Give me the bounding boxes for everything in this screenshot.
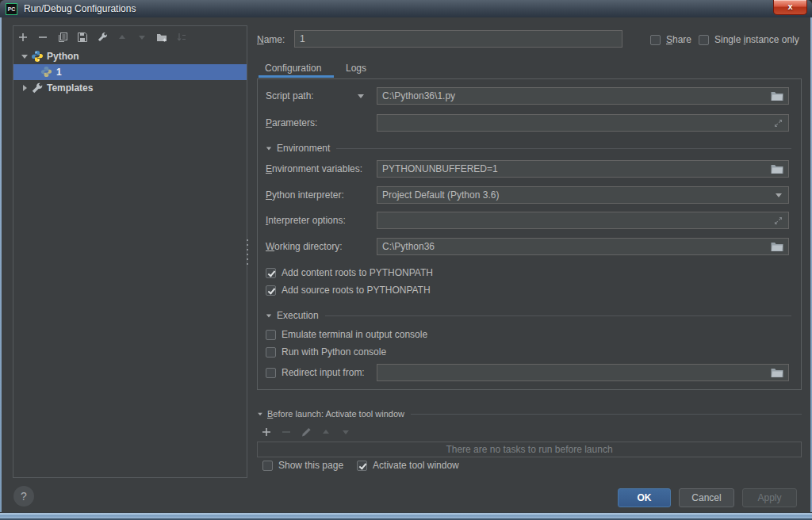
checkbox-icon[interactable] xyxy=(699,35,709,45)
copy-configuration-icon[interactable] xyxy=(56,31,69,44)
single-instance-label: Single instance only xyxy=(714,34,799,45)
redirect-input-label: Redirect input from: xyxy=(282,367,371,378)
add-content-roots-label: Add content roots to PYTHONPATH xyxy=(282,267,433,278)
parameters-input[interactable] xyxy=(377,114,789,132)
run-with-console-checkbox[interactable]: Run with Python console xyxy=(266,346,386,358)
interpreter-options-label: Interpreter options: xyxy=(266,215,346,226)
name-label: Name: xyxy=(257,34,285,45)
window-border-bottom xyxy=(0,512,812,520)
new-folder-icon[interactable] xyxy=(155,31,168,44)
chevron-down-icon[interactable] xyxy=(266,314,271,317)
window-border-left xyxy=(0,17,2,512)
chevron-down-icon[interactable] xyxy=(18,55,31,59)
interpreter-options-input[interactable] xyxy=(377,212,789,229)
move-down-icon[interactable] xyxy=(339,426,351,438)
add-source-roots-checkbox[interactable]: Add source roots to PYTHONPATH xyxy=(266,285,431,296)
remove-task-icon[interactable] xyxy=(280,426,292,438)
checkbox-icon[interactable] xyxy=(266,368,276,378)
empty-task-list-text: There are no tasks to run before launch xyxy=(446,444,612,455)
python-interpreter-row: Python interpreter: Project Default (Pyt… xyxy=(266,186,789,204)
browse-folder-icon[interactable] xyxy=(771,368,783,378)
environment-variables-row: Environment variables: PYTHONUNBUFFERED=… xyxy=(266,160,789,178)
add-content-roots-checkbox[interactable]: Add content roots to PYTHONPATH xyxy=(266,267,433,278)
tree-item-label: Templates xyxy=(47,82,93,94)
activate-tool-window-checkbox[interactable] xyxy=(357,461,367,471)
browse-folder-icon[interactable] xyxy=(771,164,783,174)
chevron-right-icon[interactable] xyxy=(18,85,31,91)
ok-button[interactable]: OK xyxy=(618,488,671,507)
browse-folder-icon[interactable] xyxy=(771,91,783,101)
parameters-label: Parameters: xyxy=(266,117,317,128)
emulate-terminal-checkbox[interactable]: Emulate terminal in output console xyxy=(266,329,427,340)
add-task-icon[interactable] xyxy=(260,426,272,438)
environment-section-header[interactable]: Environment xyxy=(266,143,791,154)
name-input[interactable]: 1 xyxy=(294,30,622,48)
add-source-roots-label: Add source roots to PYTHONPATH xyxy=(282,285,431,296)
checkbox-checked-icon[interactable] xyxy=(266,285,276,296)
section-divider xyxy=(411,414,802,415)
name-value: 1 xyxy=(300,33,305,44)
close-button[interactable]: x xyxy=(773,0,807,15)
sort-configurations-icon[interactable] xyxy=(175,31,188,44)
run-with-console-label: Run with Python console xyxy=(282,346,386,358)
chevron-down-icon[interactable] xyxy=(358,94,364,98)
python-icon xyxy=(31,50,44,63)
working-directory-value: C:\Python36 xyxy=(382,241,435,252)
expand-field-icon[interactable] xyxy=(773,216,783,226)
script-path-value: C:\Python36\1.py xyxy=(382,90,455,101)
environment-section-label: Environment xyxy=(277,143,330,154)
remove-configuration-icon[interactable] xyxy=(36,31,49,44)
add-configuration-icon[interactable] xyxy=(17,31,29,44)
share-checkbox[interactable]: Share xyxy=(650,34,691,45)
tab-logs[interactable]: Logs xyxy=(346,63,366,74)
activate-tool-window-label: Activate tool window xyxy=(373,460,459,471)
python-interpreter-value: Project Default (Python 3.6) xyxy=(382,189,499,201)
chevron-down-icon[interactable] xyxy=(266,147,271,150)
checkbox-icon[interactable] xyxy=(266,330,276,340)
edit-task-icon[interactable] xyxy=(300,426,312,438)
redirect-input-field[interactable] xyxy=(377,364,789,381)
section-divider xyxy=(325,315,791,316)
tree-item-label: 1 xyxy=(56,67,62,78)
wrench-icon xyxy=(31,82,44,94)
tree-item-python[interactable]: Python xyxy=(13,48,247,64)
active-tab-indicator xyxy=(259,75,334,78)
tree-item-templates[interactable]: Templates xyxy=(13,80,247,96)
show-this-page-label: Show this page xyxy=(278,460,343,471)
python-interpreter-select[interactable]: Project Default (Python 3.6) xyxy=(377,186,789,204)
move-down-icon[interactable] xyxy=(136,31,148,44)
configuration-tab-panel: Script path: C:\Python36\1.py Parameters… xyxy=(257,78,802,390)
chevron-down-icon[interactable] xyxy=(776,193,782,197)
tree-item-configuration-1[interactable]: 1 xyxy=(13,64,247,80)
parameters-row: Parameters: xyxy=(266,114,789,132)
interpreter-options-row: Interpreter options: xyxy=(266,212,789,229)
checkbox-icon[interactable] xyxy=(650,35,661,45)
before-launch-toolbar xyxy=(260,426,351,438)
execution-section-header[interactable]: Execution xyxy=(266,310,791,321)
cancel-button[interactable]: Cancel xyxy=(679,488,734,507)
checkbox-icon[interactable] xyxy=(266,347,276,358)
move-up-icon[interactable] xyxy=(320,426,331,438)
title-bar[interactable]: PC Run/Debug Configurations x xyxy=(0,0,812,17)
tab-configuration[interactable]: Configuration xyxy=(265,63,321,74)
edit-defaults-icon[interactable] xyxy=(96,31,109,44)
browse-folder-icon[interactable] xyxy=(771,242,783,252)
script-path-input[interactable]: C:\Python36\1.py xyxy=(377,87,789,105)
apply-button[interactable]: Apply xyxy=(742,488,797,507)
checkbox-checked-icon[interactable] xyxy=(266,268,276,278)
help-button[interactable]: ? xyxy=(13,486,34,507)
redirect-input-row: Redirect input from: xyxy=(266,364,789,381)
show-this-page-checkbox[interactable] xyxy=(262,461,273,471)
share-label: Share xyxy=(666,34,691,45)
single-instance-checkbox[interactable]: Single instance only xyxy=(699,34,799,45)
execution-section-label: Execution xyxy=(277,310,319,321)
environment-variables-input[interactable]: PYTHONUNBUFFERED=1 xyxy=(377,160,789,178)
emulate-terminal-label: Emulate terminal in output console xyxy=(282,329,427,340)
working-directory-input[interactable]: C:\Python36 xyxy=(377,238,789,255)
save-configuration-icon[interactable] xyxy=(76,31,89,44)
expand-field-icon[interactable] xyxy=(773,118,783,128)
before-launch-section-header[interactable]: Before launch: Activate tool window xyxy=(257,409,802,419)
move-up-icon[interactable] xyxy=(116,31,128,44)
splitter-handle[interactable] xyxy=(245,238,250,265)
chevron-down-icon[interactable] xyxy=(258,412,262,415)
